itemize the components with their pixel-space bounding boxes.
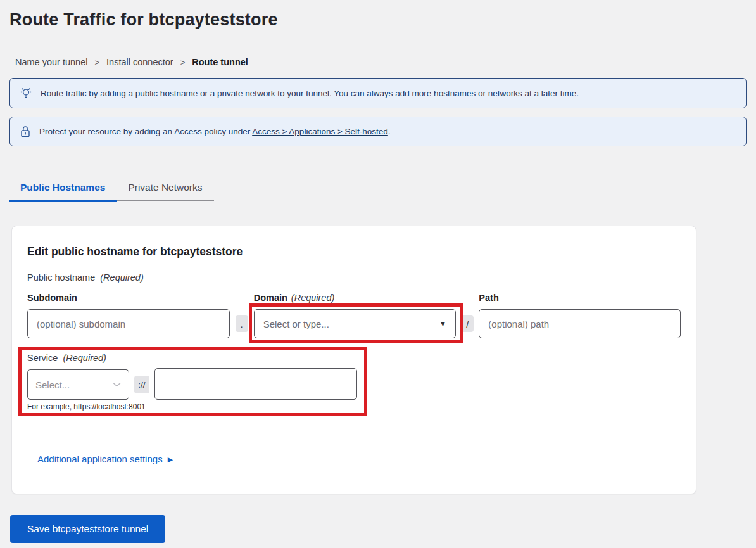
domain-select[interactable]: Select or type... ▼ [254, 309, 457, 338]
breadcrumb: Name your tunnel > Install connector > R… [15, 57, 756, 68]
path-label: Path [479, 293, 681, 303]
chevron-right-icon: ▶ [168, 453, 173, 466]
breadcrumb-route-tunnel: Route tunnel [192, 57, 248, 68]
breadcrumb-separator: > [180, 57, 186, 68]
service-required: (Required) [63, 353, 106, 363]
access-banner-text-after: . [388, 127, 391, 136]
service-example-text: For example, https://localhost:8001 [27, 402, 681, 411]
chevron-down-icon: ▼ [439, 319, 446, 328]
edit-hostname-card: Edit public hostname for btcpayteststore… [11, 226, 696, 494]
additional-settings-toggle[interactable]: Additional application settings ▶ [37, 453, 173, 466]
path-input[interactable] [479, 309, 681, 338]
domain-field-group: Domain(Required) Select or type... ▼ [254, 293, 457, 338]
public-hostname-label: Public hostname (Required) [27, 272, 681, 283]
tip-banner-text: Route traffic by adding a public hostnam… [41, 89, 579, 98]
breadcrumb-separator: > [94, 57, 99, 68]
domain-label: Domain(Required) [254, 293, 457, 303]
service-type-placeholder: Select... [35, 379, 70, 390]
tab-private-networks[interactable]: Private Networks [117, 177, 213, 200]
tab-bar: Public Hostnames Private Networks [9, 177, 214, 201]
breadcrumb-name-your-tunnel[interactable]: Name your tunnel [15, 57, 87, 68]
access-banner-text: Protect your resource by adding an Acces… [39, 127, 391, 136]
additional-settings-label: Additional application settings [37, 453, 163, 466]
domain-required: (Required) [291, 293, 335, 303]
service-type-select[interactable]: Select... [27, 369, 129, 400]
lock-icon [19, 125, 32, 139]
divider [27, 421, 681, 421]
subdomain-input[interactable] [27, 309, 230, 338]
card-heading: Edit public hostname for btcpayteststore [27, 245, 681, 258]
public-hostname-required: (Required) [100, 272, 144, 283]
service-url-input[interactable] [154, 368, 357, 400]
breadcrumb-install-connector[interactable]: Install connector [106, 57, 173, 68]
tip-banner: Route traffic by adding a public hostnam… [9, 78, 747, 108]
path-field-group: Path [479, 293, 681, 338]
slash-separator: / [461, 315, 474, 332]
lightbulb-icon [19, 86, 33, 100]
dot-separator: . [236, 315, 248, 332]
service-label: Service (Required) [27, 353, 681, 364]
access-banner: Protect your resource by adding an Acces… [9, 117, 747, 146]
access-applications-link[interactable]: Access > Applications > Self-hosted [252, 127, 388, 136]
access-banner-text-before: Protect your resource by adding an Acces… [39, 127, 250, 136]
save-tunnel-button[interactable]: Save btcpayteststore tunnel [10, 515, 165, 543]
page-title: Route Traffic for btcpayteststore [0, 0, 756, 30]
route-traffic-page: Route Traffic for btcpayteststore Name y… [0, 0, 756, 548]
hostname-row: Subdomain . Domain(Required) Select or t… [27, 293, 681, 338]
subdomain-field-group: Subdomain [27, 293, 230, 338]
tab-public-hostnames[interactable]: Public Hostnames [9, 177, 117, 200]
subdomain-label: Subdomain [27, 293, 230, 303]
scheme-separator: :// [134, 376, 149, 393]
domain-select-placeholder: Select or type... [263, 319, 329, 329]
service-row: Select... :// [27, 368, 681, 400]
chevron-down-icon [113, 382, 121, 387]
